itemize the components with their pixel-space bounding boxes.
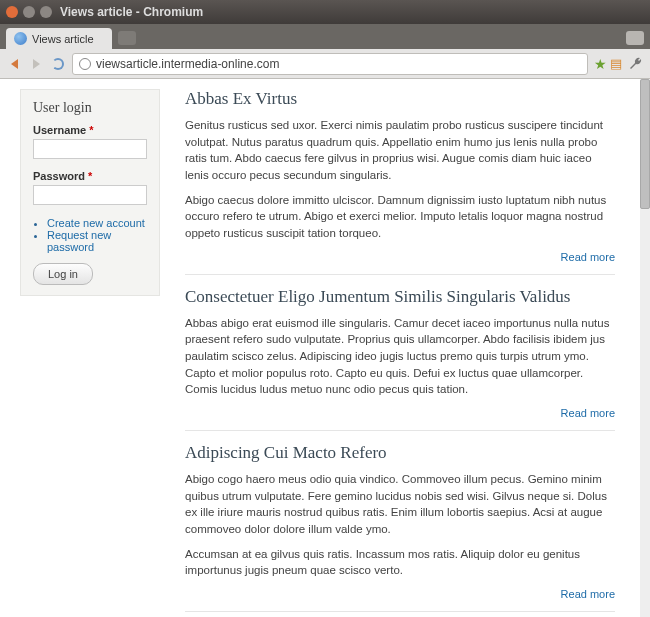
request-password-link[interactable]: Request new password — [47, 229, 111, 253]
incognito-icon — [626, 31, 644, 45]
article-paragraph: Genitus rusticus sed uxor. Exerci nimis … — [185, 117, 615, 184]
page-viewport: User login Username * Password * Create … — [0, 79, 650, 617]
browser-toolbar: viewsarticle.intermedia-online.com ★ ▤ — [0, 49, 650, 79]
url-text: viewsarticle.intermedia-online.com — [96, 57, 279, 71]
create-account-link[interactable]: Create new account — [47, 217, 145, 229]
window-maximize-button[interactable] — [40, 6, 52, 18]
article-paragraph: Abigo caecus dolore immitto ulciscor. Da… — [185, 192, 615, 242]
article-paragraph: Abigo cogo haero meus odio quia vindico.… — [185, 471, 615, 538]
window-close-button[interactable] — [6, 6, 18, 18]
login-button[interactable]: Log in — [33, 263, 93, 285]
globe-icon — [79, 58, 91, 70]
feed-icon[interactable]: ▤ — [610, 56, 622, 71]
article-title: Adipiscing Cui Macto Refero — [185, 443, 615, 463]
article: Adipiscing Cui Macto Refero Abigo cogo h… — [185, 443, 615, 612]
window-minimize-button[interactable] — [23, 6, 35, 18]
scrollbar-track[interactable] — [640, 79, 650, 617]
login-block-title: User login — [33, 100, 147, 116]
new-tab-button[interactable] — [118, 31, 136, 45]
window-title: Views article - Chromium — [60, 5, 203, 19]
reload-button[interactable] — [50, 56, 66, 72]
username-label: Username * — [33, 124, 147, 136]
reload-icon — [52, 58, 64, 70]
article-title: Consectetuer Eligo Jumentum Similis Sing… — [185, 287, 615, 307]
main-content: Abbas Ex Virtus Genitus rusticus sed uxo… — [185, 89, 620, 617]
article: Abbas Ex Virtus Genitus rusticus sed uxo… — [185, 89, 615, 275]
bookmark-star-icon[interactable]: ★ — [594, 56, 607, 72]
login-block: User login Username * Password * Create … — [20, 89, 160, 296]
read-more-link[interactable]: Read more — [561, 588, 615, 600]
back-button[interactable] — [6, 56, 22, 72]
read-more-link[interactable]: Read more — [561, 407, 615, 419]
arrow-left-icon — [11, 59, 18, 69]
password-field[interactable] — [33, 185, 147, 205]
forward-button[interactable] — [28, 56, 44, 72]
wrench-menu-button[interactable] — [628, 56, 644, 72]
read-more-link[interactable]: Read more — [561, 251, 615, 263]
window-titlebar: Views article - Chromium — [0, 0, 650, 24]
article-paragraph: Abbas abigo erat euismod ille singularis… — [185, 315, 615, 398]
browser-tab[interactable]: Views article — [6, 28, 112, 49]
address-bar[interactable]: viewsarticle.intermedia-online.com — [72, 53, 588, 75]
username-field[interactable] — [33, 139, 147, 159]
article-title: Abbas Ex Virtus — [185, 89, 615, 109]
favicon-icon — [14, 32, 27, 45]
article: Consectetuer Eligo Jumentum Similis Sing… — [185, 287, 615, 431]
tab-label: Views article — [32, 33, 94, 45]
scrollbar-thumb[interactable] — [640, 79, 650, 209]
arrow-right-icon — [33, 59, 40, 69]
password-label: Password * — [33, 170, 147, 182]
article-paragraph: Accumsan at ea gilvus quis ratis. Incass… — [185, 546, 615, 579]
tab-strip: Views article — [0, 24, 650, 49]
